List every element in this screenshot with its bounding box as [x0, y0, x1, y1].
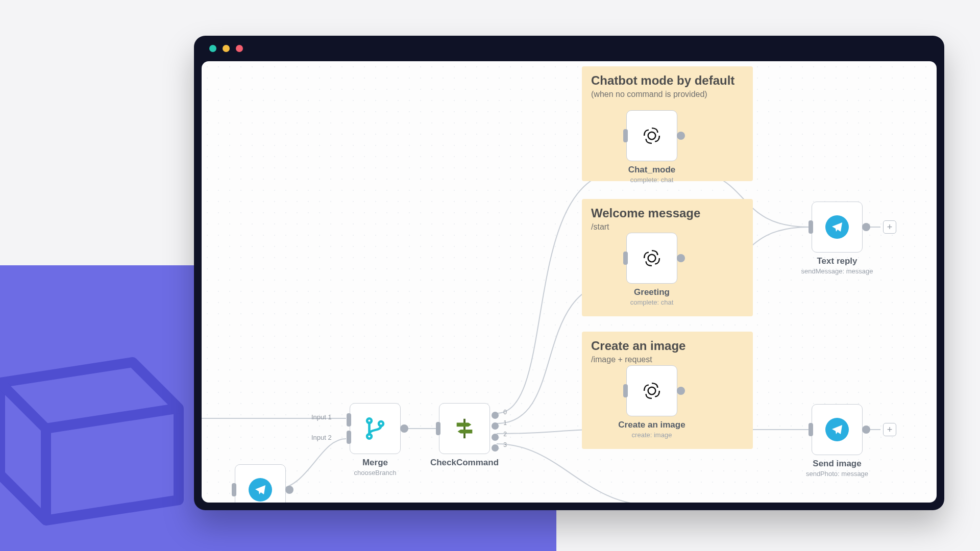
node-telegram-trigger[interactable] — [235, 464, 286, 503]
git-branch-icon — [363, 417, 387, 440]
node-greeting[interactable]: Greeting complete: chat — [626, 233, 677, 284]
node-output-handle[interactable] — [677, 254, 685, 262]
openai-icon — [641, 247, 663, 269]
node-title: CheckCommand — [430, 458, 499, 468]
add-node-button[interactable]: + — [883, 220, 896, 234]
node-input-handle[interactable] — [436, 422, 440, 435]
node-check-command[interactable]: 0 1 2 3 CheckCommand — [439, 403, 490, 454]
node-subtitle: sendPhoto: message — [806, 470, 868, 478]
node-chat-mode[interactable]: Chat_mode complete: chat — [626, 110, 677, 161]
group-subtitle: /start — [591, 222, 744, 232]
node-output-0[interactable] — [492, 412, 499, 419]
output-label-0: 0 — [503, 409, 507, 416]
merge-input1-label: Input 1 — [311, 413, 332, 421]
node-input-handle[interactable] — [623, 252, 628, 265]
node-title: Merge — [354, 458, 396, 468]
workflow-canvas[interactable]: Chatbot mode by default (when no command… — [202, 61, 937, 503]
svg-point-4 — [648, 132, 656, 140]
node-title: Send image — [806, 459, 868, 469]
telegram-icon — [825, 418, 849, 441]
decorative-cube-outline — [0, 332, 199, 531]
node-input-handle-2[interactable] — [347, 431, 351, 444]
node-subtitle: chooseBranch — [354, 469, 396, 477]
node-input-handle[interactable] — [808, 423, 813, 436]
svg-point-5 — [648, 255, 656, 262]
telegram-icon — [825, 215, 849, 239]
node-output-2[interactable] — [492, 434, 499, 441]
signpost-icon — [453, 417, 476, 440]
window-minimize-dot[interactable] — [223, 45, 230, 52]
node-output-handle[interactable] — [677, 132, 685, 140]
node-subtitle: sendMessage: message — [801, 267, 873, 275]
node-output-3[interactable] — [492, 444, 499, 452]
openai-icon — [641, 380, 663, 402]
node-output-handle[interactable] — [862, 425, 870, 434]
group-title: Create an image — [591, 339, 744, 353]
node-subtitle: create: image — [618, 431, 685, 439]
node-input-handle[interactable] — [623, 129, 628, 142]
node-input-handle[interactable] — [808, 220, 813, 234]
node-title: Text reply — [801, 256, 873, 266]
node-input-handle[interactable] — [232, 483, 236, 496]
node-title: Greeting — [630, 287, 674, 297]
node-input-handle-1[interactable] — [347, 413, 351, 427]
svg-point-6 — [648, 387, 656, 395]
output-label-1: 1 — [503, 419, 507, 427]
telegram-icon — [249, 478, 272, 502]
node-send-image[interactable]: Send image sendPhoto: message — [812, 404, 863, 455]
node-output-handle[interactable] — [862, 223, 870, 231]
node-title: Chat_mode — [628, 165, 676, 175]
window-titlebar — [194, 36, 944, 61]
svg-rect-3 — [463, 419, 465, 438]
browser-window: Chatbot mode by default (when no command… — [194, 36, 944, 510]
node-text-reply[interactable]: Text reply sendMessage: message — [812, 202, 863, 253]
group-title: Chatbot mode by default — [591, 73, 744, 88]
node-subtitle: complete: chat — [628, 176, 676, 184]
node-output-handle[interactable] — [285, 486, 293, 494]
window-close-dot[interactable] — [209, 45, 216, 52]
node-output-1[interactable] — [492, 422, 499, 430]
group-title: Welcome message — [591, 206, 744, 220]
openai-icon — [641, 125, 663, 146]
output-label-2: 2 — [503, 431, 507, 438]
group-subtitle: (when no command is provided) — [591, 90, 744, 99]
node-title: Create an image — [618, 420, 685, 430]
plus-icon: + — [887, 222, 893, 233]
merge-input2-label: Input 2 — [311, 434, 332, 441]
plus-icon: + — [887, 424, 893, 435]
node-merge[interactable]: Merge chooseBranch — [350, 403, 401, 454]
node-output-handle[interactable] — [400, 424, 408, 433]
output-label-3: 3 — [503, 441, 507, 448]
group-subtitle: /image + request — [591, 355, 744, 364]
node-input-handle[interactable] — [623, 384, 628, 397]
node-create-image[interactable]: Create an image create: image — [626, 365, 677, 416]
node-subtitle: complete: chat — [630, 298, 674, 306]
window-zoom-dot[interactable] — [236, 45, 243, 52]
node-output-handle[interactable] — [677, 387, 685, 395]
add-node-button[interactable]: + — [883, 423, 896, 436]
